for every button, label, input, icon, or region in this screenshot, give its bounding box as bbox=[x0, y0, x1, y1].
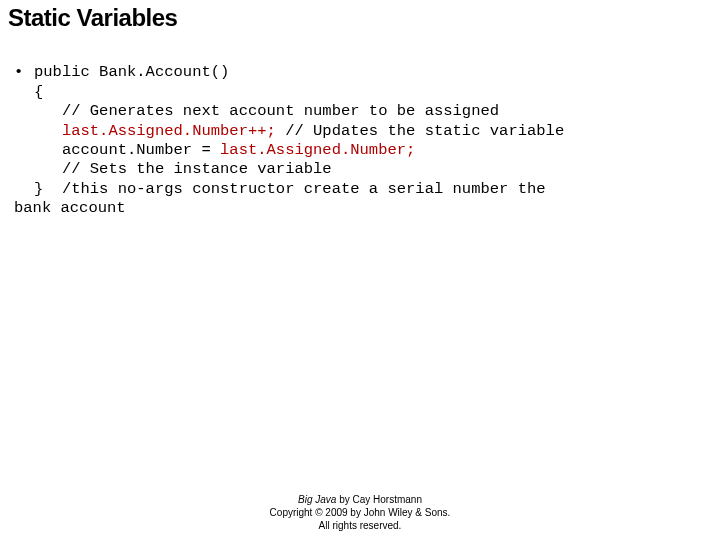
code-line-5-head: account.Number = bbox=[34, 141, 220, 159]
slide: Static Variables •public Bank.Account() … bbox=[0, 0, 720, 540]
code-line-4-red: last.Assigned.Number++; bbox=[62, 122, 276, 140]
code-line-3: // Generates next account number to be a… bbox=[34, 102, 499, 120]
slide-title: Static Variables bbox=[8, 4, 177, 32]
code-line-2: { bbox=[34, 83, 43, 101]
bullet-icon: • bbox=[14, 63, 28, 82]
footer: Big Java by Cay Horstmann Copyright © 20… bbox=[0, 493, 720, 532]
footer-line-2: Copyright © 2009 by John Wiley & Sons. bbox=[0, 506, 720, 519]
footer-book-title: Big Java bbox=[298, 494, 336, 505]
code-line-5-red: last.Assigned.Number; bbox=[220, 141, 415, 159]
code-line-6: // Sets the instance variable bbox=[34, 160, 332, 178]
slide-body: •public Bank.Account() { // Generates ne… bbox=[14, 44, 710, 238]
code-block: public Bank.Account() { // Generates nex… bbox=[34, 63, 564, 199]
footer-line-1: Big Java by Cay Horstmann bbox=[0, 493, 720, 506]
code-line-8: bank account bbox=[14, 199, 126, 217]
footer-author: by Cay Horstmann bbox=[336, 494, 422, 505]
code-line-4-tail: // Updates the static variable bbox=[276, 122, 564, 140]
code-line-7: } /this no-args constructor create a ser… bbox=[34, 180, 546, 198]
code-line-4-indent bbox=[34, 122, 62, 140]
code-line-1: public Bank.Account() bbox=[34, 63, 229, 81]
footer-line-3: All rights reserved. bbox=[0, 519, 720, 532]
